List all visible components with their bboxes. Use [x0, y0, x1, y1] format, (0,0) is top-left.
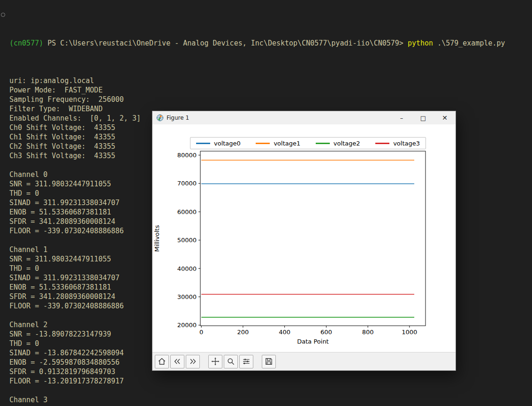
- zoom-icon: [228, 359, 234, 365]
- svg-text:20000: 20000: [177, 322, 197, 329]
- terminal-line: FLOOR = -13.201917378278917: [9, 376, 532, 386]
- terminal-line: Sampling Frequency: 256000: [9, 95, 532, 104]
- matplotlib-icon: [156, 114, 164, 122]
- svg-text:600: 600: [320, 329, 332, 336]
- home-button[interactable]: [155, 355, 169, 368]
- legend-label: voltage3: [393, 140, 420, 147]
- back-icon: [175, 359, 180, 364]
- plot-legend: voltage0voltage1voltage2voltage3: [190, 137, 426, 149]
- legend-line-sample: [196, 143, 210, 144]
- sliders-icon: [243, 359, 249, 364]
- configure-subplots-button[interactable]: [239, 355, 253, 368]
- command-text: python: [408, 39, 437, 47]
- svg-text:80000: 80000: [177, 152, 197, 159]
- mpl-toolbar: [152, 352, 456, 370]
- forward-icon: [190, 359, 195, 364]
- pan-button[interactable]: [208, 355, 222, 368]
- svg-text:60000: 60000: [177, 208, 197, 215]
- svg-text:400: 400: [279, 329, 290, 336]
- legend-item: voltage1: [256, 140, 300, 147]
- save-icon: [266, 359, 272, 365]
- minimize-button[interactable]: –: [391, 111, 412, 124]
- svg-text:40000: 40000: [177, 265, 197, 272]
- svg-text:30000: 30000: [177, 293, 197, 300]
- maximize-button[interactable]: □: [412, 111, 434, 124]
- legend-line-sample: [316, 143, 330, 144]
- legend-label: voltage2: [334, 140, 360, 147]
- close-button[interactable]: ✕: [434, 111, 456, 124]
- figure-canvas[interactable]: voltage0voltage1voltage2voltage3 2000030…: [152, 124, 456, 352]
- pan-icon: [212, 358, 220, 366]
- back-button[interactable]: [170, 355, 184, 368]
- svg-text:Millivolts: Millivolts: [153, 225, 160, 252]
- svg-text:70000: 70000: [177, 180, 197, 187]
- svg-text:200: 200: [237, 329, 249, 336]
- terminal-line: uri: ip:analog.local: [9, 76, 532, 85]
- svg-text:0: 0: [199, 329, 203, 336]
- svg-text:1000: 1000: [402, 329, 417, 336]
- command-argument: .\579_example.py: [437, 39, 505, 47]
- figure-window: Figure 1 – □ ✕ voltage0voltage1voltage2v…: [152, 111, 456, 370]
- venv-prefix: (cn0577): [9, 39, 47, 47]
- home-icon: [159, 359, 165, 365]
- prompt-line: (cn0577) PS C:\Users\reustaci\OneDrive -…: [9, 38, 532, 48]
- save-button[interactable]: [262, 355, 276, 368]
- legend-item: voltage0: [196, 140, 241, 147]
- svg-text:50000: 50000: [177, 237, 197, 244]
- legend-label: voltage1: [274, 140, 300, 147]
- legend-label: voltage0: [214, 140, 241, 147]
- zoom-button[interactable]: [224, 355, 238, 368]
- legend-line-sample: [256, 143, 270, 144]
- command-decoration-icon[interactable]: [1, 13, 5, 17]
- svg-text:800: 800: [362, 329, 374, 336]
- window-titlebar[interactable]: Figure 1 – □ ✕: [152, 111, 456, 124]
- terminal-line: Channel 3: [9, 395, 532, 405]
- prompt-path: PS C:\Users\reustaci\OneDrive - Analog D…: [47, 39, 408, 47]
- legend-item: voltage3: [375, 140, 420, 147]
- window-title: Figure 1: [167, 115, 391, 121]
- terminal-line: [9, 386, 532, 395]
- legend-item: voltage2: [316, 140, 360, 147]
- svg-text:Data Point: Data Point: [297, 338, 328, 345]
- plot-svg: 2000030000400005000060000700008000002004…: [152, 124, 456, 352]
- legend-line-sample: [375, 143, 389, 144]
- terminal-line: Power Mode: FAST_MODE: [9, 85, 532, 95]
- forward-button[interactable]: [186, 355, 200, 368]
